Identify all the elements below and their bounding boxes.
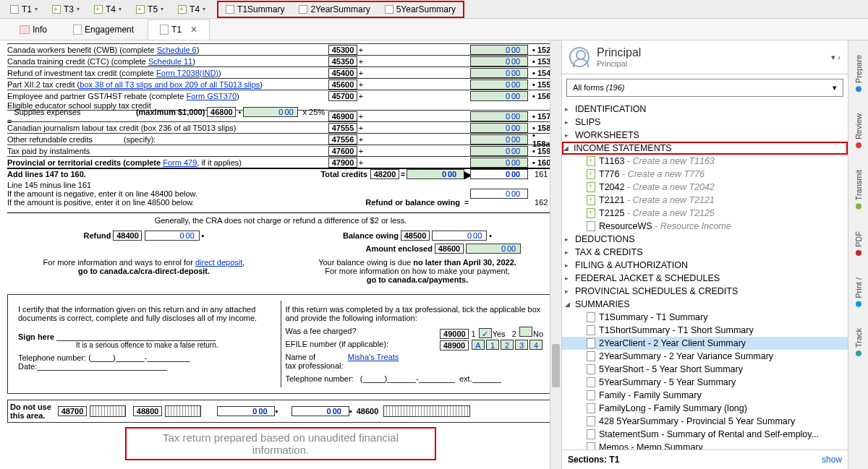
watermark: Tax return prepared based on unaudited f… [125,427,436,460]
tree-item[interactable]: T2042 - Create a new T2042 [562,181,848,194]
tree-item[interactable]: 5YearSummary - 5 Year Summary [562,376,848,389]
sections-label: Sections: T1 [568,455,619,465]
tree-item[interactable]: 428 5YearSummary - Provincial 5 Year Sum… [562,415,848,428]
tool-pdf[interactable]: PDF [854,231,863,256]
amount-field[interactable]: 000 [470,169,528,179]
amount-field[interactable]: 000 [466,244,521,254]
amount-field[interactable]: 000 [470,146,528,156]
tree-item[interactable]: 2YearSummary - 2 Year Variance Summary [562,350,848,363]
tree-item[interactable]: 2YearClient - 2 Year Client Summary [562,337,848,350]
sheet-icon [587,403,595,413]
sheet-icon [587,416,595,426]
sheet-icon [587,390,595,400]
principal-title: Principal [597,46,641,59]
tree-node[interactable]: ▸FEDERAL JACKET & SCHEDULES [562,272,848,285]
tree-node[interactable]: ▸DEDUCTIONS [562,233,848,246]
side-tools: Prepare Review Transmit PDF Print / Trac… [848,40,868,469]
amount-field[interactable]: 000 [243,107,298,117]
tree-node[interactable]: ▸WORKSHEETS [562,129,848,142]
plus-icon [94,5,103,14]
tree-item[interactable]: T1ShortSummary - T1 Short Summary [562,324,848,337]
doc-tab-info[interactable]: Info [7,20,59,40]
tree-item[interactable]: T1Summary - T1 Summary [562,311,848,324]
doc-icon [385,5,393,14]
tool-prepare[interactable]: Prepare [854,55,863,92]
tool-transmit[interactable]: Transmit [854,170,863,209]
sheet-icon [587,351,595,361]
new-form-icon [587,208,595,218]
sheet-icon [587,221,595,231]
right-panel: Principal Principal ▾ › All forms (196) … [561,40,848,469]
tree-node[interactable]: ▸FILING & AUTHORIZATION [562,259,848,272]
scrollbar[interactable] [550,40,561,469]
sheet-icon [587,442,595,449]
doc-tab-engagement[interactable]: Engagement [61,20,146,40]
tree-item[interactable]: StatementSum - Summary of Rental and Sel… [562,428,848,441]
tree-summaries[interactable]: ◢SUMMARIES [562,298,848,311]
amount-field[interactable]: 000 [470,189,528,199]
tree-node[interactable]: ▸SLIPS [562,116,848,129]
amount-field[interactable]: 000 [470,134,528,145]
close-icon[interactable]: ✕ [190,25,197,35]
doc-icon [10,5,19,14]
amount-field[interactable]: 000 [292,406,349,416]
tree-node[interactable]: ▸TAX & CREDITS [562,246,848,259]
new-form-icon [587,169,595,179]
amount-field[interactable]: 000 [470,111,528,121]
plus-icon [178,5,187,14]
tab-t3[interactable]: T3▾ [45,2,87,17]
tab-5yearsummary[interactable]: 5YearSummary [378,2,463,17]
amount-field[interactable]: 000 [470,68,528,78]
amount-field[interactable]: 000 [470,56,528,66]
tab-t1[interactable]: T1▾ [3,2,45,17]
tree-income-highlight[interactable]: ◢INCOME STATEMENTS [562,142,848,155]
amount-field[interactable]: 000 [470,123,528,133]
tab-t5[interactable]: T5▾ [129,2,171,17]
tree-item[interactable]: 5YearShort - 5 Year Short Summary [562,363,848,376]
forms-tree: ▸IDENTIFICATION▸SLIPS▸WORKSHEETS◢INCOME … [562,101,848,449]
plus-icon [136,5,145,14]
amount-field[interactable]: 000 [470,45,528,55]
tree-item[interactable]: T2125 - Create a new T2125 [562,207,848,220]
doc-icon [226,5,234,14]
amount-field[interactable]: 000 [470,79,528,90]
tab-t4-b[interactable]: T4▾ [171,2,213,17]
principal-controls[interactable]: ▾ › [831,53,841,62]
amount-field[interactable]: 000 [217,406,275,416]
tab-t4-a[interactable]: T4▾ [87,2,129,17]
tree-node[interactable]: ▸IDENTIFICATION [562,103,848,116]
sheet-icon [587,377,595,387]
sheet-icon [587,312,595,322]
chevron-down-icon: ▾ [833,83,837,92]
amount-field[interactable]: 000 [470,91,528,101]
new-form-icon [587,156,595,166]
tree-item[interactable]: Memos - Memo Summary [562,441,848,449]
doc-icon [299,5,307,14]
doc-icon [160,25,169,35]
tree-item[interactable]: Family - Family Summary [562,389,848,402]
tool-print[interactable]: Print / [854,277,863,307]
sections-show-link[interactable]: show [822,455,842,465]
tree-item[interactable]: T1163 - Create a new T1163 [562,155,848,168]
tab-t1summary[interactable]: T1Summary [218,2,292,17]
tab-2yearsummary[interactable]: 2YearSummary [292,2,377,17]
amount-field[interactable]: 000 [432,231,487,241]
sheet-icon [587,429,595,439]
tree-item[interactable]: T776 - Create a new T776 [562,168,848,181]
engagement-icon [73,25,82,35]
tool-review[interactable]: Review [854,113,863,148]
amount-field[interactable]: 000 [407,169,464,179]
amount-field[interactable]: 000 [470,158,528,168]
tree-node[interactable]: ▸PROVINCIAL SCHEDULES & CREDITS [562,285,848,298]
tree-item[interactable]: FamilyLong - Family Summary (long) [562,402,848,415]
tree-item[interactable]: ResourceWS - Resource Income [562,220,848,233]
tree-item[interactable]: T2121 - Create a new T2121 [562,194,848,207]
tool-track[interactable]: Track [854,328,863,356]
plus-icon [52,5,61,14]
principal-subtitle: Principal [597,59,641,68]
doc-tab-t1[interactable]: T1✕ [148,20,210,40]
amount-field[interactable]: 000 [145,231,200,241]
summary-group-highlight: T1Summary 2YearSummary 5YearSummary [217,1,464,18]
all-forms-dropdown[interactable]: All forms (196) ▾ [566,79,843,97]
new-form-icon [587,195,595,205]
